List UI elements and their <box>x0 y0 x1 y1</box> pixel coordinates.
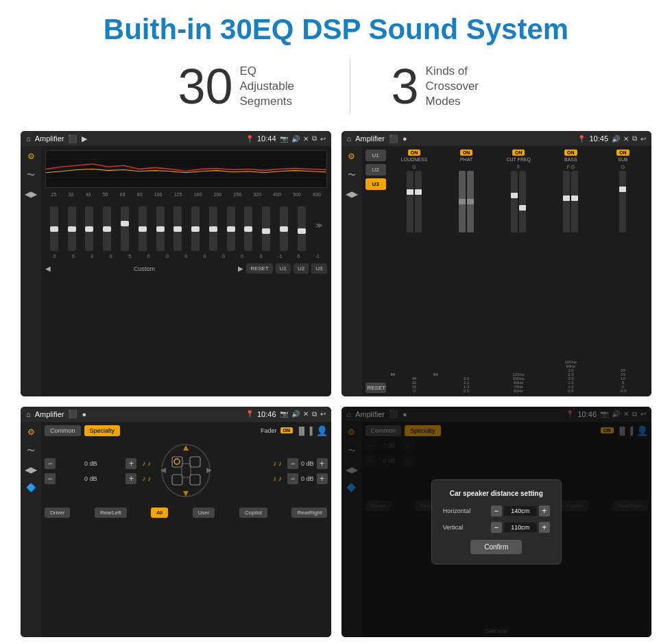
sidebar-vol-icon-3[interactable]: ◀▶ <box>25 465 37 475</box>
sidebar-eq-icon[interactable]: ⚙ <box>27 152 35 161</box>
dialog-vertical-row: Vertical − 110cm + <box>443 522 550 533</box>
window-icon-1[interactable]: ⧉ <box>312 134 317 143</box>
window-icon-2[interactable]: ⧉ <box>632 134 637 143</box>
rear-left-btn-3[interactable]: RearLeft <box>95 508 127 518</box>
rear-right-btn-3[interactable]: RearRight <box>291 508 327 518</box>
band-cutfreq-on[interactable]: ON <box>512 150 525 156</box>
specialty-main: Common Specialty Fader ON ▐▌▐ 👤 − <box>41 422 331 637</box>
close-icon-3[interactable]: ✕ <box>303 410 309 418</box>
all-btn-3[interactable]: All <box>151 508 168 518</box>
preset-u2[interactable]: U2 <box>365 164 386 176</box>
play-icon-1[interactable]: ▶ <box>82 134 87 143</box>
band-bass-on[interactable]: ON <box>564 150 577 156</box>
camera-icon-1[interactable]: 📷 <box>280 135 288 143</box>
svg-rect-5 <box>172 457 182 467</box>
home-icon-3[interactable]: ⌂ <box>26 410 31 418</box>
sidebar-vol-icon[interactable]: ◀▶ <box>25 189 37 199</box>
time-3: 10:46 <box>257 410 276 418</box>
screen-specialty: ⌂ Amplifier ⬛ ● 📍 10:46 📷 🔊 ✕ ⧉ ↩ ⚙ <box>21 407 331 637</box>
page-wrapper: Buith-in 30EQ DSP Sound System 30 EQ Adj… <box>0 0 672 644</box>
next-arrow[interactable]: ▶ <box>238 265 243 272</box>
eq-freq-labels: 25 32 40 50 63 80 100 125 160 200 250 32… <box>45 192 327 197</box>
sidebar-wave-icon-3[interactable]: 〜 <box>27 445 35 457</box>
sidebar-vol-icon-2[interactable]: ◀▶ <box>346 189 358 199</box>
confirm-button[interactable]: Confirm <box>470 540 522 554</box>
db-val-1: 0 dB <box>58 460 123 467</box>
u1-btn-1[interactable]: U1 <box>276 263 291 274</box>
eq-slider-14 <box>298 206 306 251</box>
sidebar-eq-icon-2[interactable]: ⚙ <box>348 152 355 161</box>
volume-icon-3[interactable]: 🔊 <box>291 410 300 418</box>
time-1: 10:44 <box>257 134 276 143</box>
cx-bands-area: ON LOUDNESS ON PHAT ON CUT FREQ <box>389 150 649 392</box>
prev-arrow[interactable]: ◀ <box>45 265 51 272</box>
close-icon-1[interactable]: ✕ <box>303 135 309 143</box>
sidebar-wave-icon-2[interactable]: 〜 <box>348 169 356 181</box>
common-tab[interactable]: Common <box>45 425 81 436</box>
preset-u1[interactable]: U1 <box>365 150 386 161</box>
sp-db-row-4: ♪ ♪ − 0 dB + <box>273 473 327 484</box>
minus-btn-4[interactable]: − <box>287 473 298 484</box>
horizontal-plus[interactable]: + <box>539 505 550 516</box>
horizontal-minus[interactable]: − <box>491 505 502 516</box>
vertical-minus[interactable]: − <box>491 522 502 533</box>
dialog-horizontal-row: Horizontal − 140cm + <box>443 505 550 516</box>
cx-reset-btn[interactable]: RESET <box>365 383 386 393</box>
speaker-icon-4: ♪ ♪ <box>273 475 282 482</box>
vertical-plus[interactable]: + <box>539 522 550 533</box>
fader-slider-icon[interactable]: ▐▌▐ <box>296 427 312 435</box>
u3-btn-1[interactable]: U3 <box>311 263 326 274</box>
status-bar-1: ⌂ Amplifier ⬛ ▶ 📍 10:44 📷 🔊 ✕ ⧉ ↩ <box>21 131 331 146</box>
band-sub-on[interactable]: ON <box>616 150 629 156</box>
specialty-tab[interactable]: Specialty <box>84 425 121 436</box>
band-loudness-on[interactable]: ON <box>408 150 421 156</box>
fader-label: Fader <box>261 427 277 434</box>
window-icon-3[interactable]: ⧉ <box>312 410 317 418</box>
reset-btn-1[interactable]: RESET <box>246 263 273 274</box>
location-icon-3: 📍 <box>245 410 254 418</box>
volume-icon-2[interactable]: 🔊 <box>612 135 620 143</box>
eq-slider-13 <box>280 206 288 251</box>
home-icon-2[interactable]: ⌂ <box>347 134 352 143</box>
camera-icon-3[interactable]: 📷 <box>280 410 288 418</box>
app-title-1: Amplifier <box>35 134 64 143</box>
driver-btn-3[interactable]: Driver <box>45 508 70 518</box>
fader-on[interactable]: ON <box>280 427 293 433</box>
plus-btn-4[interactable]: + <box>317 473 328 484</box>
db-val-2: 0 dB <box>58 475 123 482</box>
settings-icon-1[interactable]: ⬛ <box>68 134 77 143</box>
app-title-2: Amplifier <box>355 134 385 143</box>
dialog-title: Car speaker distance setting <box>443 490 550 497</box>
close-icon-2[interactable]: ✕ <box>623 135 629 143</box>
sidebar-bt-icon-3[interactable]: 🔷 <box>26 483 36 492</box>
sidebar-wave-icon[interactable]: 〜 <box>27 169 35 181</box>
minus-btn-1[interactable]: − <box>45 458 56 469</box>
plus-btn-3[interactable]: + <box>317 458 328 469</box>
settings-icon-3[interactable]: ⬛ <box>68 409 77 418</box>
u2-btn-1[interactable]: U2 <box>293 263 309 274</box>
eq-values-row: 0 0 0 0 5 0 0 0 0 0 0 0 -1 0 -1 <box>45 254 327 259</box>
copilot-btn-3[interactable]: Copilot <box>239 508 267 518</box>
sp-bottom-buttons: Driver RearLeft All User Copilot RearRig… <box>45 508 328 518</box>
volume-icon-1[interactable]: 🔊 <box>291 135 300 143</box>
cx-band-sub-sliders: G 20 15 10 5 0 -0.5 <box>598 165 648 392</box>
user-btn-3[interactable]: User <box>193 508 215 518</box>
screen1-content: ⚙ 〜 ◀▶ <box>21 146 331 396</box>
back-icon-3[interactable]: ↩ <box>320 410 326 418</box>
back-icon-1[interactable]: ↩ <box>320 135 326 143</box>
minus-btn-2[interactable]: − <box>45 473 56 484</box>
band-phat-on[interactable]: ON <box>460 150 473 156</box>
sidebar-eq-icon-3[interactable]: ⚙ <box>27 427 35 437</box>
profile-icon-3[interactable]: 👤 <box>316 425 328 436</box>
plus-btn-2[interactable]: + <box>125 473 136 484</box>
home-icon-1[interactable]: ⌂ <box>26 134 31 143</box>
preset-u3[interactable]: U3 <box>365 178 386 190</box>
settings-icon-2[interactable]: ⬛ <box>389 134 398 143</box>
svg-marker-13 <box>160 468 166 473</box>
plus-btn-1[interactable]: + <box>125 458 136 469</box>
more-icon[interactable]: ≫ <box>315 222 322 229</box>
back-icon-2[interactable]: ↩ <box>640 135 646 143</box>
stat-crossover-number: 3 <box>392 62 419 111</box>
minus-btn-3[interactable]: − <box>287 458 298 469</box>
eq-slider-11 <box>244 206 252 251</box>
